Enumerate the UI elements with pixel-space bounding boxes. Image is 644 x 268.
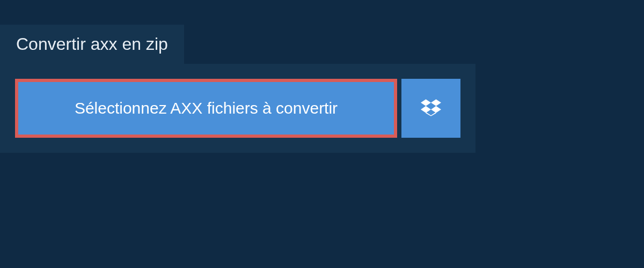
select-files-button[interactable]: Sélectionnez AXX fichiers à convertir [15, 79, 397, 138]
button-row: Sélectionnez AXX fichiers à convertir [15, 79, 460, 138]
upload-panel: Sélectionnez AXX fichiers à convertir [0, 64, 475, 153]
tab-bar: Convertir axx en zip [0, 0, 644, 64]
dropbox-icon [421, 98, 441, 120]
tab-convert[interactable]: Convertir axx en zip [0, 25, 184, 64]
dropbox-button[interactable] [401, 79, 460, 138]
tab-label: Convertir axx en zip [16, 34, 168, 54]
select-files-label: Sélectionnez AXX fichiers à convertir [75, 99, 338, 117]
